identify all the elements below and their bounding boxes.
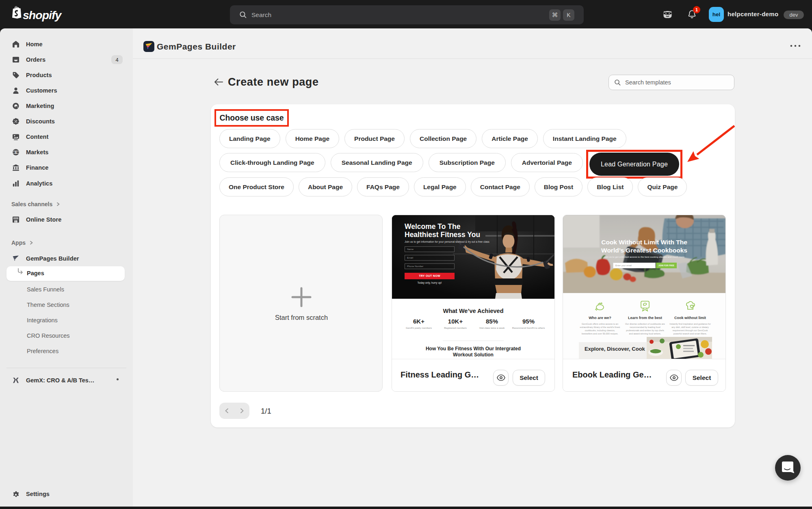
svg-text:$: $ — [15, 150, 17, 155]
svg-text:shopify: shopify — [23, 9, 62, 22]
